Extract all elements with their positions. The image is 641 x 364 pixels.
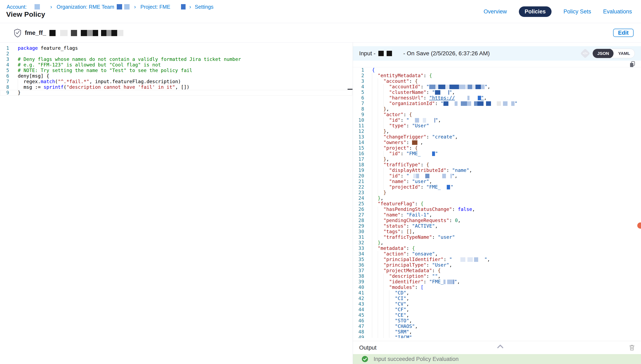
tab-evaluations[interactable]: Evaluations [603,8,632,15]
code-line[interactable]: 38"description": "", [353,274,641,279]
code-line[interactable]: 10"id": "", [353,118,641,123]
policy-shield-icon [14,29,22,37]
input-json-editor[interactable]: 1{2"entityMetadata": {3"account": {4"acc… [353,67,641,338]
code-line[interactable]: 5"clusterName": "", [353,90,641,95]
code-line[interactable]: 21"name": "user", [353,179,641,184]
code-line[interactable]: 8}, [353,106,641,112]
input-header: Input - - On Save (2/5/2026, 6:37:26 AM)… [353,46,641,61]
redacted-block [420,152,435,156]
code-line[interactable]: 17}, [353,156,641,162]
code-line[interactable]: 23} [353,190,641,196]
policy-code-editor[interactable]: 1package feature_flags23# Deny flags who… [0,42,353,364]
code-line[interactable]: 27"name": "Fail-1", [353,212,641,218]
input-title: Input - - On Save (2/5/2026, 6:37:26 AM) [359,50,490,57]
success-check-icon [362,356,368,362]
code-line[interactable]: 42"CI", [353,296,641,301]
redacted-block [441,185,451,190]
redacted-block [412,140,417,145]
code-line[interactable]: 35"principalIdentifier": "", [353,257,641,262]
code-line[interactable]: 49"IACM" [353,335,641,338]
code-line[interactable]: 30"tags": [], [353,229,641,234]
input-code-lines: 1{2"entityMetadata": {3"account": {4"acc… [353,67,641,338]
code-line[interactable]: 1package feature_flags [0,46,353,51]
code-line[interactable]: 8msg := sprintf("description cannot have… [0,84,353,90]
code-line[interactable]: 47"CHAOS", [353,324,641,329]
code-line[interactable]: 36"principalType": "User", [353,262,641,268]
code-line[interactable]: 25"featureFlag": { [353,201,641,206]
code-line[interactable]: 5# NOTE: Try setting the name to "Test" … [0,68,353,73]
format-toggle-json[interactable]: JSON [593,49,613,58]
code-line[interactable]: 20"id": "", [353,173,641,179]
code-line[interactable]: 18"trafficType": { [353,162,641,168]
breadcrumb-project-link[interactable]: Project: FME [140,4,170,10]
code-line[interactable]: 6"harnessUrl": "https://", [353,95,641,101]
page-header: Account: › Organization: RME Team › Proj… [0,0,641,23]
code-icon[interactable]: </> [580,48,590,58]
code-line[interactable]: 7"organizationId": "" [353,101,641,106]
redacted-account-id [35,4,40,10]
code-line[interactable]: 48"SRM", [353,329,641,335]
edit-button[interactable]: Edit [613,29,633,37]
code-line[interactable]: 1{ [353,67,641,73]
breadcrumb-chevron-icon: › [189,4,191,10]
code-line[interactable]: 33"metadata": { [353,246,641,251]
code-line[interactable]: 44"CF", [353,307,641,312]
code-line[interactable]: 28"pendingChangeRequests": 0, [353,218,641,223]
collapse-output-icon[interactable] [497,344,504,349]
page-title: View Policy [6,10,45,18]
code-line[interactable]: 13"changeTrigger": "create", [353,134,641,140]
code-line[interactable]: 2 [0,51,353,56]
tab-policies[interactable]: Policies [519,6,552,17]
code-line[interactable]: 15"project": { [353,145,641,151]
breadcrumb-settings-link[interactable]: Settings [195,4,213,10]
redacted-block [444,280,454,284]
code-line[interactable]: 2"entityMetadata": { [353,73,641,78]
code-line[interactable]: 34"action": "onsave", [353,251,641,257]
clear-output-icon[interactable] [629,344,635,352]
code-line[interactable]: 22"projectId": "FME_" [353,184,641,190]
overview-ruler-marker [348,89,352,90]
code-line[interactable]: 29"status": "ACTIVE", [353,223,641,229]
input-header-actions: </> JSON YAML [582,49,635,58]
redacted-block [435,90,449,95]
redacted-block [429,84,485,89]
copy-icon[interactable] [629,61,636,68]
breadcrumb-account-link[interactable]: Account: [7,4,27,10]
tab-overview[interactable]: Overview [484,8,507,15]
code-line[interactable]: 3# Deny flags whose names do not contain… [0,56,353,62]
code-line[interactable]: 3"account": { [353,78,641,84]
output-bar: Output [353,341,641,354]
link-token[interactable]: "https://" [429,95,484,100]
code-line[interactable]: 6deny[msg] { [0,73,353,79]
breadcrumb-org-link[interactable]: Organization: RME Team [57,4,114,10]
tab-policy-sets[interactable]: Policy Sets [563,8,591,15]
format-toggle: JSON YAML [592,49,635,58]
breadcrumb: Account: › Organization: RME Team › Proj… [7,4,213,10]
evaluation-result-message: Input succeeded Policy Evaluation [374,356,459,362]
code-line[interactable]: 45"CE", [353,312,641,318]
input-output-panel: Input - - On Save (2/5/2026, 6:37:26 AM)… [353,42,641,364]
code-line[interactable]: 19"displayAttributeId": "name", [353,168,641,173]
code-line[interactable]: 4"accountId": "", [353,84,641,90]
code-line[interactable]: 11"type": "User" [353,123,641,128]
current-line-highlight [0,90,352,96]
code-line[interactable]: 32}, [353,240,641,246]
code-line[interactable]: 39"identifier": "FME_", [353,279,641,284]
code-line[interactable]: 14"owners": , [353,140,641,145]
code-line[interactable]: 4# e.g. "FFM-123" is allowed but "Cool f… [0,62,353,68]
code-line[interactable]: 24}, [353,196,641,201]
redacted-org-id [117,4,130,10]
code-line[interactable]: 40"modules": [ [353,284,641,290]
code-line[interactable]: 12}, [353,128,641,134]
code-line[interactable]: 26"hasPendingStatusChange": false, [353,206,641,212]
code-line[interactable]: 46"STO", [353,318,641,324]
format-toggle-yaml[interactable]: YAML [613,49,634,58]
code-line[interactable]: 9"actor": { [353,112,641,118]
policy-name-row: fme_ff_ [14,23,123,42]
code-line[interactable]: 37"projectMetadata": { [353,268,641,274]
code-line[interactable]: 41"CD", [353,290,641,296]
code-line[interactable]: 7regex.match("^.*fail.*", input.featureF… [0,79,353,84]
code-line[interactable]: 43"CV", [353,301,641,307]
code-line[interactable]: 16"id": "FME_" [353,151,641,156]
code-line[interactable]: 31"trafficTypeName": "user" [353,234,641,240]
